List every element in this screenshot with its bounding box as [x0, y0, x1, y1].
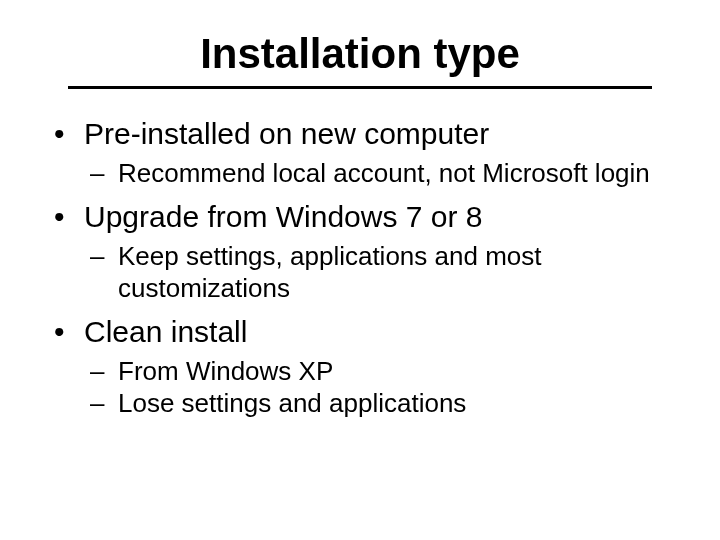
sub-list: From Windows XP Lose settings and applic…	[84, 355, 672, 420]
bullet-text: Pre-installed on new computer	[84, 117, 489, 150]
bullet-text: Upgrade from Windows 7 or 8	[84, 200, 483, 233]
bullet-text: Clean install	[84, 315, 247, 348]
sub-list: Keep settings, applications and most cus…	[84, 240, 672, 305]
bullet-list: Pre-installed on new computer Recommend …	[48, 117, 672, 420]
sub-item: From Windows XP	[84, 355, 672, 388]
list-item: Upgrade from Windows 7 or 8 Keep setting…	[48, 200, 672, 305]
sub-list: Recommend local account, not Microsoft l…	[84, 157, 672, 190]
sub-item: Lose settings and applications	[84, 387, 672, 420]
title-underline	[68, 86, 652, 89]
list-item: Pre-installed on new computer Recommend …	[48, 117, 672, 190]
sub-item: Keep settings, applications and most cus…	[84, 240, 672, 305]
sub-item: Recommend local account, not Microsoft l…	[84, 157, 672, 190]
slide-title: Installation type	[48, 30, 672, 78]
list-item: Clean install From Windows XP Lose setti…	[48, 315, 672, 420]
